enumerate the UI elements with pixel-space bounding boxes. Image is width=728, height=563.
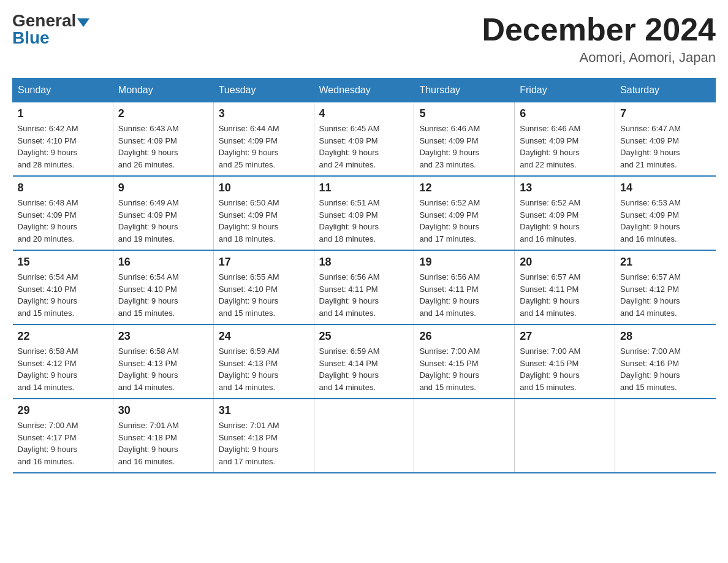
day-number: 5 <box>419 107 509 120</box>
calendar-cell: 10Sunrise: 6:50 AMSunset: 4:09 PMDayligh… <box>213 176 314 250</box>
calendar-cell: 13Sunrise: 6:52 AMSunset: 4:09 PMDayligh… <box>515 176 615 250</box>
day-number: 31 <box>219 404 309 417</box>
day-number: 2 <box>118 107 208 120</box>
day-info: Sunrise: 6:59 AMSunset: 4:13 PMDaylight:… <box>219 345 309 393</box>
day-number: 14 <box>620 182 710 194</box>
calendar-cell: 14Sunrise: 6:53 AMSunset: 4:09 PMDayligh… <box>615 176 716 250</box>
calendar-cell: 23Sunrise: 6:58 AMSunset: 4:13 PMDayligh… <box>113 324 213 399</box>
day-info: Sunrise: 7:00 AMSunset: 4:17 PMDaylight:… <box>18 419 108 467</box>
day-info: Sunrise: 6:58 AMSunset: 4:13 PMDaylight:… <box>118 345 208 393</box>
weekday-header-wednesday: Wednesday <box>314 79 414 102</box>
calendar-cell: 3Sunrise: 6:44 AMSunset: 4:09 PMDaylight… <box>213 102 314 177</box>
day-number: 24 <box>219 330 309 343</box>
calendar-cell: 2Sunrise: 6:43 AMSunset: 4:09 PMDaylight… <box>113 102 213 177</box>
day-info: Sunrise: 6:46 AMSunset: 4:09 PMDaylight:… <box>520 123 610 170</box>
calendar-cell: 7Sunrise: 6:47 AMSunset: 4:09 PMDaylight… <box>615 102 716 177</box>
day-info: Sunrise: 7:01 AMSunset: 4:18 PMDaylight:… <box>219 419 309 467</box>
weekday-header-thursday: Thursday <box>414 79 515 102</box>
day-info: Sunrise: 7:00 AMSunset: 4:16 PMDaylight:… <box>620 345 710 393</box>
weekday-header-friday: Friday <box>515 79 615 102</box>
week-row-1: 1Sunrise: 6:42 AMSunset: 4:10 PMDaylight… <box>13 102 716 177</box>
logo-triangle-icon <box>77 18 89 27</box>
calendar-cell: 22Sunrise: 6:58 AMSunset: 4:12 PMDayligh… <box>13 324 113 399</box>
logo-blue: Blue <box>12 29 50 47</box>
calendar-cell: 20Sunrise: 6:57 AMSunset: 4:11 PMDayligh… <box>515 250 615 324</box>
day-number: 26 <box>419 330 509 343</box>
day-info: Sunrise: 6:46 AMSunset: 4:09 PMDaylight:… <box>419 123 509 170</box>
calendar-cell: 18Sunrise: 6:56 AMSunset: 4:11 PMDayligh… <box>314 250 414 324</box>
logo: General Blue <box>12 12 89 47</box>
calendar-cell: 16Sunrise: 6:54 AMSunset: 4:10 PMDayligh… <box>113 250 213 324</box>
day-number: 21 <box>620 256 710 269</box>
day-number: 25 <box>319 330 409 343</box>
calendar-cell: 30Sunrise: 7:01 AMSunset: 4:18 PMDayligh… <box>113 399 213 473</box>
calendar-cell: 21Sunrise: 6:57 AMSunset: 4:12 PMDayligh… <box>615 250 716 324</box>
day-number: 8 <box>18 182 108 194</box>
title-section: December 2024 Aomori, Aomori, Japan <box>482 12 716 66</box>
day-number: 7 <box>620 107 710 120</box>
page-header: General Blue December 2024 Aomori, Aomor… <box>12 12 716 66</box>
day-info: Sunrise: 6:44 AMSunset: 4:09 PMDaylight:… <box>219 123 309 170</box>
day-number: 1 <box>18 107 108 120</box>
day-info: Sunrise: 6:45 AMSunset: 4:09 PMDaylight:… <box>319 123 409 170</box>
weekday-header-row: SundayMondayTuesdayWednesdayThursdayFrid… <box>13 79 716 102</box>
calendar-cell: 5Sunrise: 6:46 AMSunset: 4:09 PMDaylight… <box>414 102 515 177</box>
day-number: 19 <box>419 256 509 269</box>
day-info: Sunrise: 6:59 AMSunset: 4:14 PMDaylight:… <box>319 345 409 393</box>
calendar-cell: 19Sunrise: 6:56 AMSunset: 4:11 PMDayligh… <box>414 250 515 324</box>
day-info: Sunrise: 6:56 AMSunset: 4:11 PMDaylight:… <box>419 271 509 319</box>
weekday-header-saturday: Saturday <box>615 79 716 102</box>
month-title: December 2024 <box>482 12 716 47</box>
day-info: Sunrise: 6:53 AMSunset: 4:09 PMDaylight:… <box>620 197 710 245</box>
week-row-2: 8Sunrise: 6:48 AMSunset: 4:09 PMDaylight… <box>13 176 716 250</box>
day-number: 20 <box>520 256 610 269</box>
weekday-header-sunday: Sunday <box>13 79 113 102</box>
calendar-cell: 24Sunrise: 6:59 AMSunset: 4:13 PMDayligh… <box>213 324 314 399</box>
day-info: Sunrise: 6:50 AMSunset: 4:09 PMDaylight:… <box>219 197 309 245</box>
day-info: Sunrise: 6:55 AMSunset: 4:10 PMDaylight:… <box>219 271 309 319</box>
calendar-cell: 25Sunrise: 6:59 AMSunset: 4:14 PMDayligh… <box>314 324 414 399</box>
weekday-header-monday: Monday <box>113 79 213 102</box>
day-info: Sunrise: 6:57 AMSunset: 4:11 PMDaylight:… <box>520 271 610 319</box>
calendar-cell: 29Sunrise: 7:00 AMSunset: 4:17 PMDayligh… <box>13 399 113 473</box>
calendar-cell: 9Sunrise: 6:49 AMSunset: 4:09 PMDaylight… <box>113 176 213 250</box>
weekday-header-tuesday: Tuesday <box>213 79 314 102</box>
day-info: Sunrise: 6:51 AMSunset: 4:09 PMDaylight:… <box>319 197 409 245</box>
calendar-cell: 6Sunrise: 6:46 AMSunset: 4:09 PMDaylight… <box>515 102 615 177</box>
day-info: Sunrise: 6:56 AMSunset: 4:11 PMDaylight:… <box>319 271 409 319</box>
day-number: 15 <box>18 256 108 269</box>
day-number: 17 <box>219 256 309 269</box>
day-info: Sunrise: 6:54 AMSunset: 4:10 PMDaylight:… <box>118 271 208 319</box>
day-number: 3 <box>219 107 309 120</box>
day-number: 30 <box>118 404 208 417</box>
week-row-5: 29Sunrise: 7:00 AMSunset: 4:17 PMDayligh… <box>13 399 716 473</box>
day-number: 10 <box>219 182 309 194</box>
day-number: 16 <box>118 256 208 269</box>
calendar-cell: 26Sunrise: 7:00 AMSunset: 4:15 PMDayligh… <box>414 324 515 399</box>
day-info: Sunrise: 6:52 AMSunset: 4:09 PMDaylight:… <box>520 197 610 245</box>
day-info: Sunrise: 7:00 AMSunset: 4:15 PMDaylight:… <box>520 345 610 393</box>
calendar-cell: 1Sunrise: 6:42 AMSunset: 4:10 PMDaylight… <box>13 102 113 177</box>
day-number: 27 <box>520 330 610 343</box>
calendar-cell: 28Sunrise: 7:00 AMSunset: 4:16 PMDayligh… <box>615 324 716 399</box>
calendar-cell: 27Sunrise: 7:00 AMSunset: 4:15 PMDayligh… <box>515 324 615 399</box>
calendar-cell: 12Sunrise: 6:52 AMSunset: 4:09 PMDayligh… <box>414 176 515 250</box>
calendar-cell: 8Sunrise: 6:48 AMSunset: 4:09 PMDaylight… <box>13 176 113 250</box>
calendar-cell: 4Sunrise: 6:45 AMSunset: 4:09 PMDaylight… <box>314 102 414 177</box>
calendar-cell: 31Sunrise: 7:01 AMSunset: 4:18 PMDayligh… <box>213 399 314 473</box>
day-info: Sunrise: 6:42 AMSunset: 4:10 PMDaylight:… <box>18 123 108 170</box>
calendar-cell <box>314 399 414 473</box>
day-number: 23 <box>118 330 208 343</box>
week-row-3: 15Sunrise: 6:54 AMSunset: 4:10 PMDayligh… <box>13 250 716 324</box>
calendar-cell: 11Sunrise: 6:51 AMSunset: 4:09 PMDayligh… <box>314 176 414 250</box>
day-info: Sunrise: 6:54 AMSunset: 4:10 PMDaylight:… <box>18 271 108 319</box>
day-info: Sunrise: 7:00 AMSunset: 4:15 PMDaylight:… <box>419 345 509 393</box>
day-number: 29 <box>18 404 108 417</box>
calendar-table: SundayMondayTuesdayWednesdayThursdayFrid… <box>12 78 716 473</box>
day-info: Sunrise: 6:47 AMSunset: 4:09 PMDaylight:… <box>620 123 710 170</box>
calendar-cell: 17Sunrise: 6:55 AMSunset: 4:10 PMDayligh… <box>213 250 314 324</box>
day-number: 11 <box>319 182 409 194</box>
calendar-cell <box>515 399 615 473</box>
day-number: 6 <box>520 107 610 120</box>
logo-text: General <box>12 12 89 29</box>
